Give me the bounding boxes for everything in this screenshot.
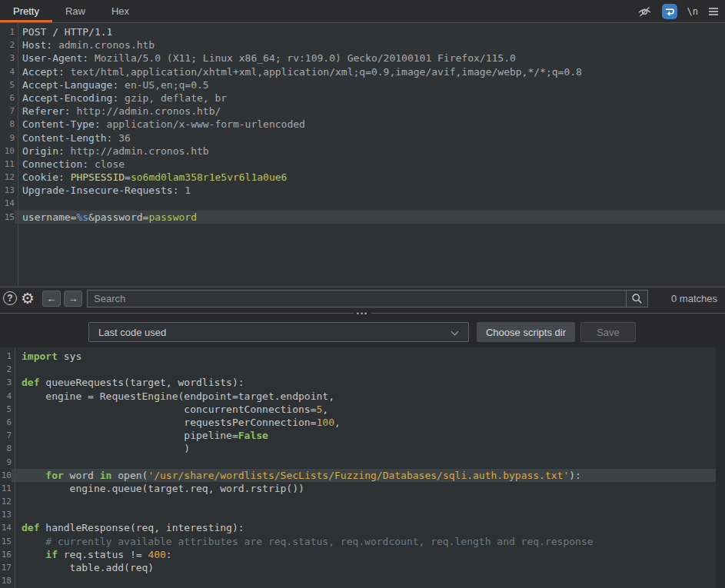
request-line: 2Host: admin.cronos.htb [0, 38, 725, 51]
line-content: username=%s&password=password [15, 211, 725, 224]
code-segment: for [45, 470, 63, 481]
code-line: 8 ) [0, 442, 725, 455]
code-line: 12 [0, 495, 725, 508]
line-number: 2 [0, 363, 12, 376]
line-content: Content-Length: 36 [15, 131, 725, 145]
chevron-down-icon [451, 328, 459, 336]
code-line: 2 [0, 363, 725, 376]
line-content [12, 363, 725, 376]
code-segment: req.status != [58, 549, 148, 560]
code-segment: Accept-Language: [22, 79, 118, 91]
soft-wrap-icon[interactable] [662, 4, 677, 19]
code-segment: http://admin.cronos.htb/ [71, 105, 221, 117]
code-segment [22, 549, 45, 560]
previous-match-button[interactable]: ← [42, 291, 61, 307]
code-segment: def [22, 522, 39, 533]
code-segment: word [64, 470, 100, 481]
splitter-handle[interactable]: ••• [354, 309, 371, 318]
line-content: Content-Type: application/x-www-form-url… [15, 118, 725, 131]
code-segment: '/usr/share/wordlists/SecLists/Fuzzing/D… [148, 470, 569, 481]
code-line: 10 for word in open('/usr/share/wordlist… [0, 469, 725, 482]
line-content: ) [12, 442, 725, 455]
settings-gear-icon[interactable]: ⚙ [21, 288, 35, 308]
code-segment: POST / HTTP/1.1 [22, 26, 112, 38]
code-segment: handleResponse(req, interesting): [39, 522, 244, 533]
newline-icon[interactable]: \n [687, 6, 698, 17]
line-content [12, 508, 725, 521]
line-number: 6 [0, 416, 12, 429]
line-number: 6 [0, 91, 15, 105]
code-segment: False [238, 430, 268, 441]
tab-hex[interactable]: Hex [98, 0, 142, 22]
code-segment: Connection: [22, 158, 88, 170]
choose-scripts-dir-button[interactable]: Choose scripts dir [477, 322, 575, 342]
tab-pretty[interactable]: Pretty [0, 0, 52, 22]
line-number: 3 [0, 376, 12, 389]
code-scrollbar[interactable] [716, 347, 725, 588]
next-match-button[interactable]: → [64, 291, 82, 307]
code-line: 11 engine.queue(target.req, word.rstrip(… [0, 482, 725, 495]
request-line: 8Content-Type: application/x-www-form-ur… [0, 118, 725, 131]
code-segment: table.add(req) [22, 562, 154, 573]
code-segment: # currently available attributes are req… [22, 536, 594, 547]
line-number: 1 [0, 350, 12, 363]
code-segment: , [322, 404, 328, 415]
request-line: 13Upgrade-Insecure-Requests: 1 [0, 184, 725, 197]
code-line: 13 [0, 508, 725, 521]
code-segment: Host: [22, 39, 52, 51]
code-segment: 400 [148, 549, 165, 560]
search-magnifier-icon[interactable] [626, 291, 647, 307]
code-segment: open( [111, 470, 148, 481]
help-icon[interactable]: ? [3, 291, 17, 305]
line-content [15, 197, 725, 210]
line-content: def queueRequests(target, wordlists): [12, 376, 725, 389]
line-content: if req.status != 400: [12, 548, 725, 561]
code-segment: requestsPerConnection= [22, 417, 317, 428]
code-segment: gzip, deflate, br [118, 92, 227, 104]
request-editor[interactable]: 1POST / HTTP/1.12Host: admin.cronos.htb3… [0, 23, 725, 287]
code-segment: sys [58, 350, 81, 362]
line-content: Accept: text/html,application/xhtml+xml,… [15, 65, 725, 78]
code-line: 18 [0, 574, 725, 587]
request-line: 15username=%s&password=password [0, 211, 725, 224]
line-content: Host: admin.cronos.htb [15, 38, 725, 51]
request-line: 3User-Agent: Mozilla/5.0 (X11; Linux x86… [0, 51, 725, 65]
line-content: Cookie: PHPSESSID=so6md0lam358r1e5vr6l1a… [15, 171, 725, 184]
code-segment: ) [22, 443, 190, 454]
line-number: 14 [0, 197, 15, 210]
hide-request-eye-off-icon[interactable] [637, 5, 652, 19]
line-number: 2 [0, 38, 15, 51]
line-number: 18 [0, 574, 12, 587]
tab-raw[interactable]: Raw [52, 0, 98, 22]
line-number: 13 [0, 508, 12, 521]
code-segment: concurrentConnections= [22, 404, 317, 415]
save-button[interactable]: Save [580, 322, 636, 342]
request-line: 11Connection: close [0, 158, 725, 171]
line-number: 9 [0, 456, 12, 469]
turbo-intruder-window: Pretty Raw Hex \n [0, 0, 725, 588]
script-code-editor[interactable]: 1import sys23def queueRequests(target, w… [0, 347, 725, 588]
menu-icon[interactable] [708, 7, 719, 16]
code-segment: Origin: [22, 145, 65, 157]
code-segment: 36 [112, 132, 130, 144]
search-input[interactable] [88, 291, 626, 307]
code-segment: 100 [317, 417, 334, 428]
request-line: 14 [0, 197, 725, 210]
line-number: 5 [0, 78, 15, 91]
search-box [87, 290, 648, 307]
line-number: 11 [0, 158, 15, 171]
code-line: 16 if req.status != 400: [0, 548, 725, 561]
script-select-dropdown[interactable]: Last code used [88, 322, 469, 342]
line-content: pipeline=False [12, 429, 725, 442]
script-select-value: Last code used [98, 327, 166, 338]
code-segment: %s [76, 211, 88, 223]
line-number: 1 [0, 25, 15, 38]
code-segment: Accept: [22, 66, 65, 78]
line-content: User-Agent: Mozilla/5.0 (X11; Linux x86_… [15, 51, 725, 65]
line-number: 10 [0, 469, 12, 482]
code-segment: Upgrade-Insecure-Requests: [22, 184, 179, 196]
code-segment: so6md0lam358r1e5vr6l1a0ue6 [131, 171, 288, 183]
line-content: Referer: http://admin.cronos.htb/ [15, 105, 725, 118]
line-content [12, 574, 725, 587]
line-number: 11 [0, 482, 12, 495]
